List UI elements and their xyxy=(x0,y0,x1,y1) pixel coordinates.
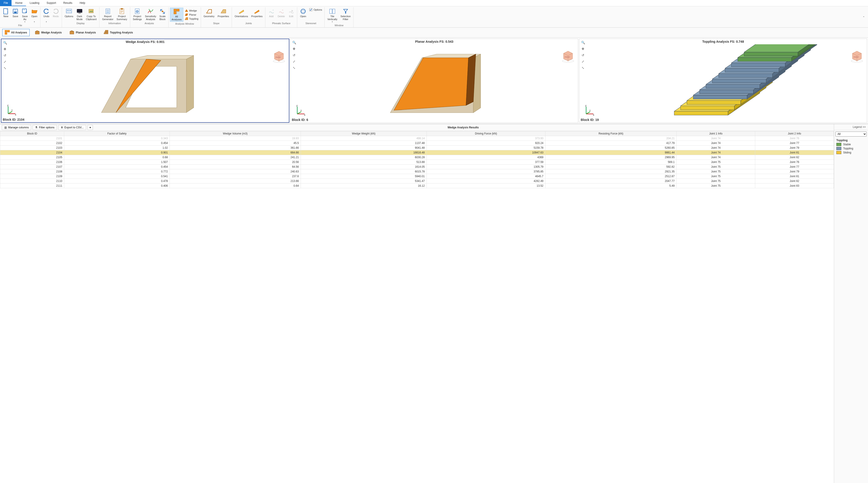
viewport-canvas[interactable]: ZXY FRONT xyxy=(1,44,289,122)
manage-columns-button[interactable]: ▥ Manage columns xyxy=(2,125,31,130)
viewport-canvas[interactable]: ZXY FRONT xyxy=(579,44,867,123)
viewport-title: Wedge Analysis FS: 0.901 xyxy=(1,39,289,44)
save-button[interactable]: Save xyxy=(11,8,20,23)
table-row[interactable]: 21080.772240.636015.783785.852921.35Join… xyxy=(0,169,834,174)
table-row[interactable]: 21010.34319.93498.14373.93204.21Joint 74… xyxy=(0,136,834,141)
export-csv-dropdown[interactable]: ▾ xyxy=(88,125,93,130)
table-row[interactable]: 21050.68241.216030.2843692969.95Joint 74… xyxy=(0,155,834,160)
table-cell: Joint 83 xyxy=(755,184,834,188)
stereonet-options-button[interactable]: Options xyxy=(308,8,323,12)
export-csv-button[interactable]: ⬇ Export to CSV... xyxy=(58,125,86,130)
column-header[interactable]: Joint 2 Info xyxy=(755,131,834,136)
table-row[interactable]: 21040.901664.6616616.4810947.639861.44Jo… xyxy=(0,150,834,155)
filter-options-button[interactable]: ⚗ Filter options xyxy=(33,125,57,130)
copy-clipboard-button[interactable]: Copy To Clipboard xyxy=(85,8,98,21)
stereonet-open-button[interactable]: Open xyxy=(299,8,308,21)
fit-icon[interactable]: ⤡ xyxy=(291,65,297,70)
viewport-planar[interactable]: 🔍 ✥ ↺ ⤢ ⤡ Planar Analysis FS: 0.543 ZXY … xyxy=(290,39,578,123)
tab-wedge-analysis[interactable]: Wedge Analysis xyxy=(32,29,64,36)
table-cell: 2102 xyxy=(0,141,64,146)
tab-all-analyses[interactable]: All Analyses xyxy=(2,29,30,36)
display-options-button[interactable]: Options xyxy=(63,8,74,21)
joint-properties-button[interactable]: Properties xyxy=(250,8,264,21)
column-header[interactable]: Block ID xyxy=(0,131,64,136)
pan-icon[interactable]: ✥ xyxy=(580,46,586,52)
zoom-icon[interactable]: 🔍 xyxy=(291,40,297,45)
table-row[interactable]: 21020.45445.51137.48920.24417.79Joint 74… xyxy=(0,141,834,146)
open-button[interactable]: Open ▾ xyxy=(30,8,39,23)
undo-button[interactable]: Undo ▾ xyxy=(42,8,51,23)
joint-orientations-button[interactable]: Orientations xyxy=(233,8,249,21)
pan-icon[interactable]: ✥ xyxy=(291,46,297,52)
report-generator-button[interactable]: Report Generator xyxy=(101,8,115,21)
toppling-window-button[interactable]: Toppling xyxy=(184,17,199,21)
tab-toppling-analysis[interactable]: Toppling Analysis xyxy=(101,29,135,36)
viewport-wedge[interactable]: 🔍 ✥ ↺ ⤢ ⤡ Wedge Analysis FS: 0.901 ZXY xyxy=(1,39,289,123)
table-cell: Joint 82 xyxy=(755,179,834,184)
legend-swatch xyxy=(836,147,841,150)
save-as-button[interactable]: Save As ▾ xyxy=(20,8,29,23)
rotate-icon[interactable]: ↺ xyxy=(291,53,297,58)
menu-support[interactable]: Support xyxy=(43,0,60,6)
column-header[interactable]: Factor of Safety xyxy=(64,131,170,136)
planar-window-button[interactable]: Planar xyxy=(184,13,199,17)
table-row[interactable]: 21061.50720.56513.88377.59569.1Joint 75J… xyxy=(0,160,834,165)
orientation-cube[interactable]: FRONT xyxy=(561,50,575,62)
table-row[interactable]: 21090.541237.65940.014645.72512.87Joint … xyxy=(0,174,834,179)
table-cell: Joint 74 xyxy=(677,146,755,150)
expand-icon[interactable]: ⤢ xyxy=(291,59,297,64)
all-analyses-button[interactable]: All Analyses xyxy=(170,8,183,22)
scale-block-button[interactable]: Scale Block xyxy=(158,8,167,21)
menu-home[interactable]: Home xyxy=(11,0,26,6)
column-header[interactable]: Joint 1 Info xyxy=(677,131,755,136)
zoom-icon[interactable]: 🔍 xyxy=(580,40,586,45)
table-row[interactable]: 21070.45464.561614.051305.79592.82Joint … xyxy=(0,165,834,169)
table-row[interactable]: 21110.4060.6416.1213.525.49Joint 75Joint… xyxy=(0,184,834,188)
legend-filter-select[interactable]: All xyxy=(835,132,867,136)
pan-icon[interactable]: ✥ xyxy=(2,46,8,52)
expand-icon[interactable]: ⤢ xyxy=(580,59,586,64)
rotate-icon[interactable]: ↺ xyxy=(580,53,586,58)
table-row[interactable]: 21100.478213.665341.474282.492047.77Join… xyxy=(0,179,834,184)
menu-file[interactable]: File xyxy=(0,0,11,6)
table-cell: 2101 xyxy=(0,136,64,141)
project-settings-button[interactable]: Project Settings xyxy=(131,8,143,21)
tab-planar-analysis[interactable]: Planar Analysis xyxy=(67,29,98,36)
phreatic-add-button[interactable]: + Add xyxy=(267,8,276,21)
column-header[interactable]: Resisting Force (kN) xyxy=(546,131,677,136)
column-header[interactable]: Driving Force (kN) xyxy=(427,131,545,136)
project-summary-button[interactable]: Project Summary xyxy=(115,8,129,21)
phreatic-edit-button[interactable]: Edit xyxy=(287,8,296,21)
table-cell: 2110 xyxy=(0,179,64,184)
column-header[interactable]: Wedge Weight (kN) xyxy=(301,131,427,136)
redo-button[interactable]: Redo xyxy=(51,8,60,23)
results-table-wrap[interactable]: Block IDFactor of SafetyWedge Volume (m3… xyxy=(0,131,834,483)
orientation-cube[interactable]: FRONT xyxy=(850,50,864,62)
menu-results[interactable]: Results xyxy=(60,0,76,6)
svg-rect-14 xyxy=(89,9,93,13)
tile-vertically-button[interactable]: Tile Vertically ▾ xyxy=(326,8,339,23)
zoom-icon[interactable]: 🔍 xyxy=(2,40,8,45)
viewport-canvas[interactable]: ZXY FRONT xyxy=(290,44,578,123)
slope-properties-button[interactable]: Properties xyxy=(216,8,230,21)
column-header[interactable]: Wedge Volume (m3) xyxy=(170,131,301,136)
table-row[interactable]: 21031.02361.669041.485159.785260.85Joint… xyxy=(0,146,834,150)
new-button[interactable]: + New xyxy=(1,8,10,23)
phreatic-delete-button[interactable]: × Delete xyxy=(276,8,286,21)
menu-help[interactable]: Help xyxy=(76,0,89,6)
wedge-window-button[interactable]: Wedge xyxy=(184,8,199,13)
sensitivity-analysis-button[interactable]: Sensitivity Analysis xyxy=(144,8,158,21)
dark-mode-button[interactable]: Dark Mode xyxy=(75,8,84,21)
orientation-cube[interactable]: FRONT xyxy=(272,50,286,63)
fit-icon[interactable]: ⤡ xyxy=(580,65,586,70)
ribbon-collapse-button[interactable]: ⌃ xyxy=(860,16,868,19)
rotate-icon[interactable]: ↺ xyxy=(2,53,8,58)
selection-filter-button[interactable]: Selection Filter xyxy=(339,8,352,23)
expand-icon[interactable]: ⤢ xyxy=(2,59,8,64)
viewport-toppling[interactable]: 🔍 ✥ ↺ ⤢ ⤡ Toppling Analysis FS: 0.748 ZX… xyxy=(579,39,867,123)
fit-icon[interactable]: ⤡ xyxy=(2,65,8,71)
table-cell: 920.24 xyxy=(427,141,545,146)
slope-geometry-button[interactable]: Geometry xyxy=(202,8,216,21)
menu-loading[interactable]: Loading xyxy=(26,0,43,6)
legend-header[interactable]: Legend >> xyxy=(834,124,868,130)
